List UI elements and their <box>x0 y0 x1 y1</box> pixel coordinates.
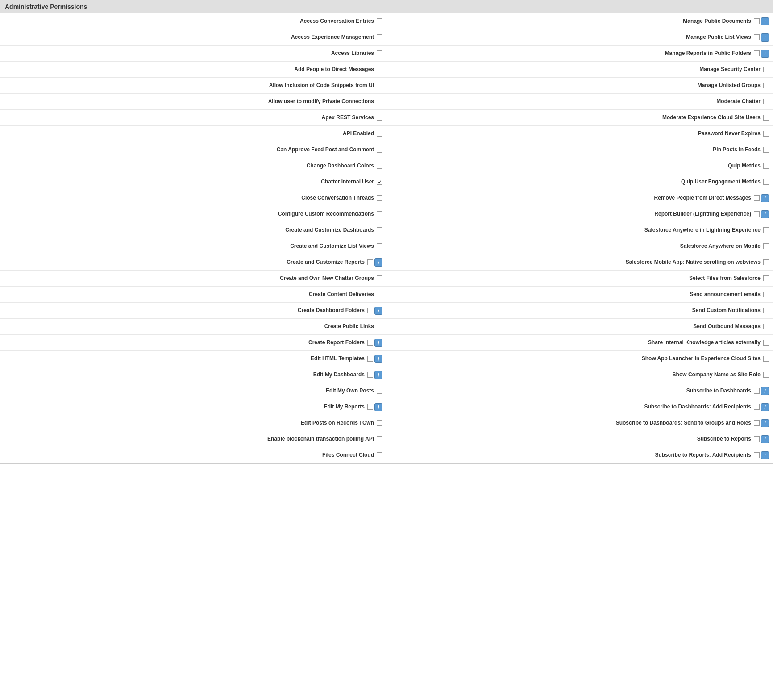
permission-checkbox[interactable] <box>754 404 760 410</box>
table-row: Share internal Knowledge articles extern… <box>386 335 773 351</box>
table-row: Send announcement emails <box>386 287 773 303</box>
permission-checkbox[interactable] <box>763 324 769 329</box>
permission-checkbox[interactable] <box>367 308 373 313</box>
permission-checkbox[interactable] <box>754 195 760 201</box>
permission-checkbox[interactable] <box>377 67 382 72</box>
permission-checkbox[interactable] <box>763 275 769 281</box>
permission-checkbox[interactable] <box>763 99 769 104</box>
permission-checkbox[interactable] <box>367 259 373 265</box>
table-row: Chatter Internal User✓ <box>0 174 386 190</box>
permission-checkbox[interactable] <box>377 436 382 442</box>
permission-checkbox[interactable] <box>763 308 769 313</box>
info-button[interactable]: i <box>761 17 769 25</box>
permission-checkbox[interactable] <box>377 131 382 137</box>
permission-checkbox[interactable] <box>763 372 769 378</box>
permission-checkbox[interactable] <box>367 356 373 362</box>
permission-checkbox[interactable] <box>377 34 382 40</box>
permission-checkbox[interactable] <box>377 163 382 169</box>
permission-checkbox[interactable] <box>763 356 769 362</box>
info-button[interactable]: i <box>761 451 769 459</box>
permission-checkbox[interactable] <box>377 227 382 233</box>
permission-label: Create and Customize List Views <box>4 243 377 250</box>
permission-checkbox[interactable] <box>377 243 382 249</box>
table-row: Salesforce Anywhere on Mobile <box>386 238 773 254</box>
permission-checkbox[interactable] <box>377 452 382 458</box>
permission-label: Create Report Folders <box>4 339 367 346</box>
info-button[interactable]: i <box>374 403 382 411</box>
table-row: Close Conversation Threads <box>0 190 386 206</box>
info-button[interactable]: i <box>761 403 769 411</box>
table-row: Create and Customize Reportsi <box>0 254 386 271</box>
permission-checkbox[interactable] <box>377 18 382 24</box>
permission-label: Salesforce Anywhere on Mobile <box>390 243 763 250</box>
permission-checkbox[interactable] <box>754 211 760 217</box>
info-button[interactable]: i <box>761 194 769 202</box>
permission-checkbox[interactable] <box>377 147 382 153</box>
info-button[interactable]: i <box>761 387 769 395</box>
table-row: Edit My Dashboardsi <box>0 367 386 383</box>
permission-checkbox[interactable] <box>367 372 373 378</box>
info-button[interactable]: i <box>374 355 382 363</box>
info-button[interactable]: i <box>374 258 382 267</box>
table-row: Change Dashboard Colors <box>0 158 386 174</box>
info-button[interactable]: i <box>374 339 382 347</box>
permission-checkbox[interactable] <box>377 211 382 217</box>
section-header: Administrative Permissions <box>0 0 773 13</box>
permission-checkbox[interactable] <box>763 83 769 88</box>
permission-checkbox[interactable] <box>754 452 760 458</box>
permission-checkbox[interactable] <box>763 243 769 249</box>
permission-checkbox[interactable] <box>377 115 382 121</box>
permission-checkbox[interactable] <box>367 340 373 346</box>
permission-label: Quip User Engagement Metrics <box>390 179 763 186</box>
permission-checkbox[interactable] <box>763 179 769 185</box>
permission-label: Manage Unlisted Groups <box>390 82 763 89</box>
permission-checkbox[interactable] <box>377 324 382 329</box>
permission-checkbox[interactable] <box>763 340 769 346</box>
permission-label: Manage Security Center <box>390 66 763 73</box>
info-button[interactable]: i <box>374 371 382 379</box>
table-row: Subscribe to Reportsi <box>386 431 773 447</box>
permission-checkbox[interactable] <box>377 388 382 394</box>
permission-checkbox[interactable] <box>754 420 760 426</box>
permission-checkbox[interactable]: ✓ <box>377 179 382 185</box>
permission-label: Edit My Reports <box>4 404 367 411</box>
permission-label: Remove People from Direct Messages <box>390 195 754 202</box>
permission-checkbox[interactable] <box>763 259 769 265</box>
permission-checkbox[interactable] <box>763 227 769 233</box>
permission-checkbox[interactable] <box>754 50 760 56</box>
info-button[interactable]: i <box>374 307 382 315</box>
permission-checkbox[interactable] <box>377 50 382 56</box>
permission-checkbox[interactable] <box>377 83 382 88</box>
info-button[interactable]: i <box>761 33 769 42</box>
permission-checkbox[interactable] <box>754 18 760 24</box>
info-button[interactable]: i <box>761 50 769 58</box>
permission-checkbox[interactable] <box>377 420 382 426</box>
permission-label: Enable blockchain transaction polling AP… <box>4 436 377 443</box>
permission-label: API Enabled <box>4 130 377 138</box>
info-button[interactable]: i <box>761 419 769 427</box>
permission-checkbox[interactable] <box>763 147 769 153</box>
permission-checkbox[interactable] <box>377 99 382 104</box>
permission-checkbox[interactable] <box>377 195 382 201</box>
permission-checkbox[interactable] <box>754 436 760 442</box>
permission-label: Change Dashboard Colors <box>4 162 377 170</box>
permission-checkbox[interactable] <box>367 404 373 410</box>
table-row: Subscribe to Dashboards: Add Recipientsi <box>386 399 773 415</box>
permission-checkbox[interactable] <box>754 388 760 394</box>
permission-label: Send Custom Notifications <box>390 307 763 314</box>
info-button[interactable]: i <box>761 210 769 218</box>
permission-checkbox[interactable] <box>763 292 769 297</box>
permission-label: Create and Own New Chatter Groups <box>4 275 377 282</box>
permission-label: Chatter Internal User <box>4 179 377 186</box>
permission-checkbox[interactable] <box>763 131 769 137</box>
permission-label: Share internal Knowledge articles extern… <box>390 339 763 346</box>
permission-checkbox[interactable] <box>377 292 382 297</box>
permission-label: Edit My Dashboards <box>4 371 367 379</box>
permission-checkbox[interactable] <box>763 163 769 169</box>
permission-checkbox[interactable] <box>377 275 382 281</box>
info-button[interactable]: i <box>761 435 769 443</box>
permission-checkbox[interactable] <box>763 67 769 72</box>
permission-checkbox[interactable] <box>754 34 760 40</box>
permission-checkbox[interactable] <box>763 115 769 121</box>
table-row: Moderate Experience Cloud Site Users <box>386 110 773 126</box>
